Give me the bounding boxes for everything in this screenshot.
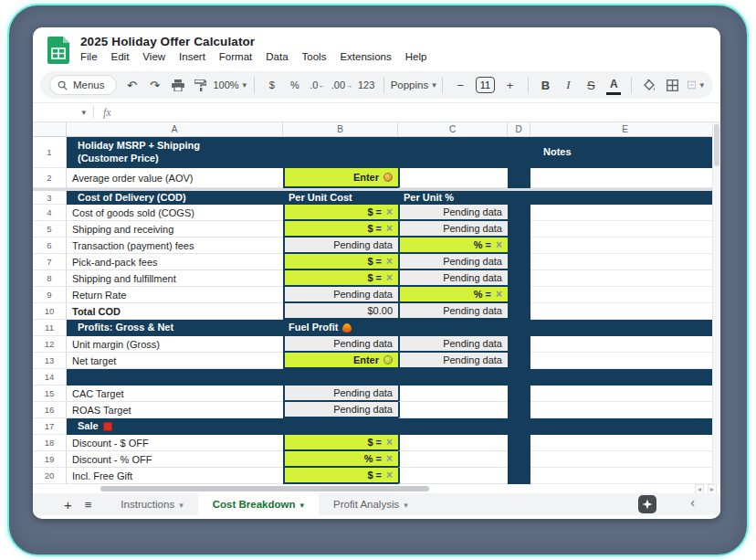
cell-B12[interactable]: Pending data (283, 336, 398, 353)
cell-A6[interactable]: Transaction (payment) fees (67, 238, 283, 254)
strikethrough-button[interactable]: S (583, 75, 598, 95)
cell-E10[interactable] (530, 303, 720, 320)
horizontal-scrollbar-thumb[interactable] (100, 486, 429, 491)
cell-C1[interactable] (398, 137, 508, 168)
cell-D9[interactable] (508, 287, 530, 303)
cell-E12[interactable] (530, 336, 720, 353)
row-number[interactable]: 5 (33, 221, 67, 238)
cell-B4[interactable]: $ = (283, 205, 398, 221)
column-header-a[interactable]: A (67, 122, 283, 137)
cell-B15[interactable]: Pending data (283, 386, 398, 402)
row-number[interactable]: 18 (33, 435, 67, 451)
row-number[interactable]: 17 (33, 418, 67, 435)
cell-E5[interactable] (530, 221, 720, 238)
cell-E19[interactable] (530, 451, 720, 468)
cell-B9[interactable]: Pending data (283, 287, 398, 303)
row-number[interactable]: 7 (33, 254, 67, 270)
menu-help[interactable]: Help (405, 51, 427, 62)
cell-A16[interactable]: ROAS Target (67, 402, 283, 418)
cell-E17[interactable] (530, 418, 720, 435)
merge-cells-icon[interactable] (688, 75, 704, 95)
cell-B17[interactable] (283, 418, 398, 435)
cell-B16[interactable]: Pending data (283, 402, 398, 418)
cell-D3[interactable] (508, 191, 530, 205)
bold-button[interactable]: B (538, 75, 552, 95)
cell-C10[interactable]: Pending data (398, 303, 508, 320)
cell-A2[interactable]: Average order value (AOV) (67, 168, 283, 188)
cell-B1[interactable] (283, 137, 398, 168)
row-number[interactable]: 10 (33, 303, 67, 320)
cell-C5[interactable]: Pending data (398, 221, 508, 238)
cell-E13[interactable] (530, 353, 720, 369)
cell-C14[interactable] (398, 369, 508, 386)
tab-cost-breakdown[interactable]: Cost Breakdown (198, 493, 319, 515)
cell-A11[interactable]: Profits: Gross & Net (67, 320, 283, 336)
cell-D4[interactable] (508, 205, 530, 221)
horizontal-scrollbar[interactable]: ◂ ▸ (33, 484, 720, 493)
cell-B10[interactable]: $0.00 (283, 303, 398, 320)
row-number[interactable]: 1 (33, 137, 67, 168)
cell-A13[interactable]: Net target (67, 353, 283, 369)
cell-B8[interactable]: $ = (283, 270, 398, 287)
row-number[interactable]: 15 (33, 386, 67, 402)
cell-B5[interactable]: $ = (283, 221, 398, 238)
cell-A12[interactable]: Unit margin (Gross) (67, 336, 283, 353)
cell-E6[interactable] (530, 238, 720, 254)
cell-D17[interactable] (508, 418, 530, 435)
cell-D14[interactable] (508, 369, 530, 386)
print-icon[interactable] (171, 75, 185, 95)
cell-D18[interactable] (508, 435, 530, 451)
cell-E9[interactable] (530, 287, 720, 303)
row-number[interactable]: 16 (33, 402, 67, 418)
menu-data[interactable]: Data (266, 51, 288, 62)
zoom-select[interactable]: 100% (216, 75, 244, 95)
gemini-spark-button[interactable] (638, 495, 656, 513)
borders-icon[interactable] (665, 75, 679, 95)
cell-C2[interactable] (398, 168, 508, 188)
cell-A17[interactable]: Sale (67, 418, 283, 435)
menu-view[interactable]: View (142, 51, 165, 62)
cell-B20[interactable]: $ = (283, 468, 398, 484)
cell-A14[interactable] (67, 369, 283, 386)
cell-B11[interactable]: Fuel Profit (283, 320, 398, 336)
document-title[interactable]: 2025 Holiday Offer Calculator (80, 35, 426, 48)
cell-C7[interactable]: Pending data (398, 254, 508, 270)
cell-E1[interactable]: Notes (530, 137, 720, 168)
menu-insert[interactable]: Insert (179, 51, 205, 62)
undo-icon[interactable]: ↶ (125, 75, 140, 95)
cell-E18[interactable] (530, 435, 720, 451)
row-number[interactable]: 14 (33, 369, 67, 386)
row-number[interactable]: 11 (33, 320, 67, 336)
menu-tools[interactable]: Tools (302, 51, 327, 62)
cell-D2[interactable] (508, 168, 530, 188)
column-header-c[interactable]: C (398, 122, 508, 137)
cell-D16[interactable] (508, 402, 530, 418)
tab-profit-analysis[interactable]: Profit Analysis (319, 493, 423, 515)
cell-C17[interactable] (398, 418, 508, 435)
cell-D12[interactable] (508, 336, 530, 353)
menu-extensions[interactable]: Extensions (340, 51, 391, 62)
tab-instructions[interactable]: Instructions (106, 493, 197, 515)
all-sheets-icon[interactable]: ≡ (85, 498, 92, 512)
menu-format[interactable]: Format (219, 51, 252, 62)
menu-edit[interactable]: Edit (111, 51, 130, 62)
select-all-corner[interactable] (33, 122, 67, 137)
format-currency-button[interactable]: $ (265, 75, 279, 95)
cell-E15[interactable] (530, 386, 720, 402)
cell-C18[interactable] (398, 435, 508, 451)
menu-file[interactable]: File (80, 51, 98, 62)
cell-A3[interactable]: Cost of Delivery (COD) (67, 191, 283, 205)
cell-D5[interactable] (508, 221, 530, 238)
cell-B7[interactable]: $ = (283, 254, 398, 270)
cell-A7[interactable]: Pick-and-pack fees (67, 254, 283, 270)
row-number[interactable]: 13 (33, 353, 67, 369)
row-number[interactable]: 12 (33, 336, 67, 353)
row-number[interactable]: 3 (33, 191, 67, 205)
cell-A10[interactable]: Total COD (67, 303, 283, 320)
name-box[interactable] (33, 108, 93, 117)
cell-C9[interactable]: % = (398, 287, 508, 303)
cell-A9[interactable]: Return Rate (67, 287, 283, 303)
column-header-b[interactable]: B (283, 122, 398, 137)
cell-B18[interactable]: $ = (283, 435, 398, 451)
cell-C11[interactable] (398, 320, 508, 336)
